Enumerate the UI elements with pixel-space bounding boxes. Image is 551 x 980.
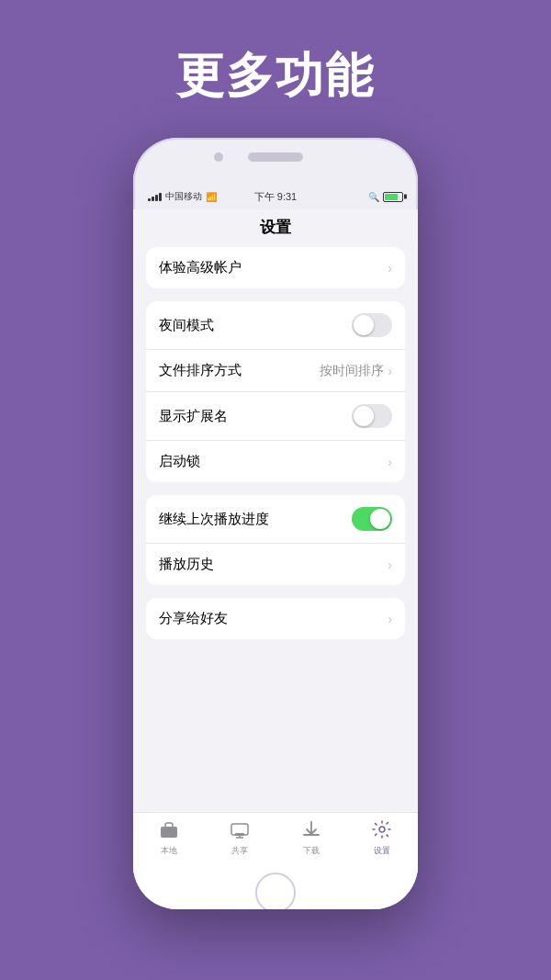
row-label-night-mode: 夜间模式 bbox=[159, 317, 214, 334]
status-time: 下午 9:31 bbox=[254, 190, 297, 204]
settings-row-share[interactable]: 分享给好友 › bbox=[146, 598, 405, 639]
home-indicator bbox=[133, 876, 418, 909]
chevron-icon-share: › bbox=[388, 612, 392, 626]
chevron-icon-lock: › bbox=[388, 455, 392, 469]
tab-label-settings: 设置 bbox=[374, 845, 390, 857]
status-right: 🔍 bbox=[368, 192, 403, 202]
row-label-extension: 显示扩展名 bbox=[159, 408, 228, 425]
toggle-resume[interactable] bbox=[352, 507, 392, 531]
tab-icon-download bbox=[301, 820, 321, 843]
settings-row-night-mode[interactable]: 夜间模式 bbox=[146, 301, 405, 350]
settings-content: 体验高级帐户 › 夜间模式 文件排序方式 按时间排序 › bbox=[133, 247, 418, 812]
tab-item-local[interactable]: 本地 bbox=[133, 820, 205, 857]
chevron-icon-history: › bbox=[388, 558, 392, 572]
chevron-icon-sort: › bbox=[388, 364, 392, 378]
row-right-sort: 按时间排序 › bbox=[320, 363, 392, 379]
row-label-share: 分享给好友 bbox=[159, 610, 228, 627]
sort-value: 按时间排序 bbox=[320, 363, 384, 379]
phone-mockup: 中国移动 📶 下午 9:31 🔍 设置 体验高级帐户 › bbox=[133, 138, 418, 909]
svg-rect-0 bbox=[161, 827, 177, 838]
svg-point-5 bbox=[379, 827, 385, 832]
svg-rect-2 bbox=[235, 833, 244, 836]
speaker bbox=[248, 152, 303, 162]
page-title: 更多功能 bbox=[176, 44, 375, 108]
settings-row-lock[interactable]: 启动锁 › bbox=[146, 441, 405, 482]
settings-row-sort[interactable]: 文件排序方式 按时间排序 › bbox=[146, 350, 405, 392]
settings-section-display: 夜间模式 文件排序方式 按时间排序 › 显示扩展名 启动锁 bbox=[146, 301, 405, 482]
wifi-icon: 📶 bbox=[206, 192, 217, 202]
phone-top bbox=[133, 138, 418, 184]
settings-section-playback: 继续上次播放进度 播放历史 › bbox=[146, 495, 405, 585]
settings-row-premium[interactable]: 体验高级帐户 › bbox=[146, 247, 405, 288]
row-label-history: 播放历史 bbox=[159, 556, 214, 573]
signal-bar-3 bbox=[155, 195, 158, 201]
settings-section-share: 分享给好友 › bbox=[146, 598, 405, 639]
status-bar: 中国移动 📶 下午 9:31 🔍 bbox=[133, 184, 418, 209]
tab-icon-share bbox=[230, 820, 250, 843]
battery-indicator bbox=[383, 192, 403, 202]
tab-label-local: 本地 bbox=[161, 845, 177, 857]
row-right-premium: › bbox=[388, 261, 392, 276]
row-right-share: › bbox=[388, 612, 392, 626]
row-label-lock: 启动锁 bbox=[159, 453, 200, 470]
row-label-resume: 继续上次播放进度 bbox=[159, 511, 269, 528]
tab-icon-settings bbox=[372, 820, 392, 843]
battery-fill bbox=[385, 194, 398, 200]
tab-item-settings[interactable]: 设置 bbox=[347, 820, 419, 857]
tab-label-share: 共享 bbox=[231, 845, 248, 857]
signal-bar-4 bbox=[159, 193, 162, 201]
carrier-label: 中国移动 bbox=[165, 190, 202, 203]
signal-bar-2 bbox=[152, 197, 154, 201]
status-left: 中国移动 📶 bbox=[148, 190, 217, 203]
tab-bar: 本地 共享 bbox=[133, 812, 418, 876]
home-button[interactable] bbox=[255, 873, 296, 909]
nav-title: 设置 bbox=[133, 209, 418, 247]
toggle-extension[interactable] bbox=[352, 404, 392, 428]
settings-section-premium: 体验高级帐户 › bbox=[146, 247, 405, 288]
signal-bar-1 bbox=[148, 198, 151, 201]
tab-label-download: 下载 bbox=[303, 845, 320, 857]
settings-row-extension[interactable]: 显示扩展名 bbox=[146, 392, 405, 441]
settings-row-history[interactable]: 播放历史 › bbox=[146, 544, 405, 585]
row-label-sort: 文件排序方式 bbox=[159, 362, 242, 379]
toggle-night-mode[interactable] bbox=[352, 313, 392, 337]
chevron-icon: › bbox=[388, 261, 392, 276]
tab-item-share[interactable]: 共享 bbox=[205, 820, 276, 857]
front-camera bbox=[214, 152, 223, 162]
settings-row-resume[interactable]: 继续上次播放进度 bbox=[146, 495, 405, 544]
row-right-history: › bbox=[388, 558, 392, 572]
row-right-lock: › bbox=[388, 455, 392, 469]
location-icon: 🔍 bbox=[368, 192, 379, 202]
row-label-premium: 体验高级帐户 bbox=[159, 259, 242, 276]
tab-item-download[interactable]: 下载 bbox=[276, 820, 347, 857]
tab-icon-local bbox=[159, 820, 179, 843]
signal-bars bbox=[148, 193, 162, 201]
screen: 设置 体验高级帐户 › 夜间模式 文件排序方式 bbox=[133, 209, 418, 876]
